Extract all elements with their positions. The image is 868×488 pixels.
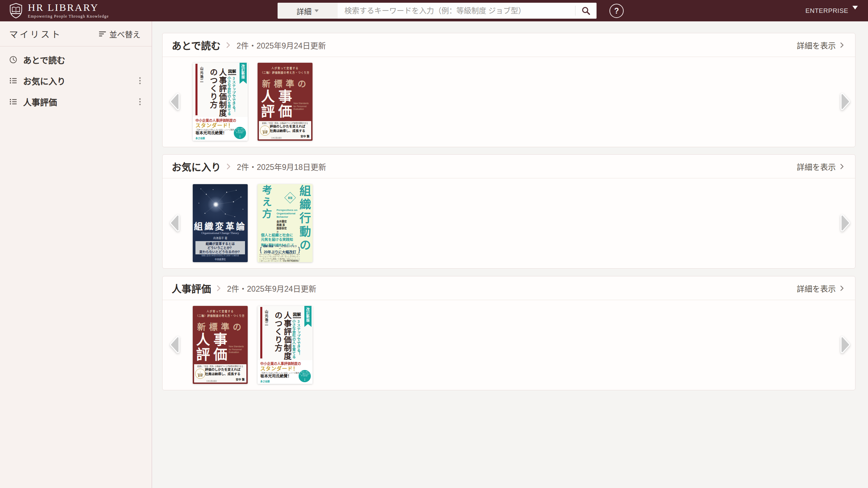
- kebab-menu-icon: [139, 98, 141, 106]
- book-cover-soshiki-henkaku[interactable]: 組織変革論 Organizational Change Theory 舟津昌平 …: [193, 184, 248, 262]
- book-author: 安中 繁: [301, 134, 309, 138]
- cover-accent-bar: [195, 64, 197, 115]
- clock-icon: [9, 56, 17, 64]
- brand-logo[interactable]: HR LIBRARY Empowering People Through Kno…: [9, 0, 109, 21]
- sidebar-item-jinji-hyoka[interactable]: 人事評価: [0, 91, 152, 112]
- book-title: 人事評価制度のつくり方: [273, 311, 291, 362]
- carousel: 山元浩二 人事評価制度のつくり方 図解 3ステップでできる！小さな会社の人を育て…: [163, 57, 855, 147]
- book-list: 人が育って定着する （二軸）評価制度の考え方・つくり方 新標準の 人事評価 Ne…: [193, 306, 313, 384]
- sidebar-item-read-later[interactable]: あとで読む: [0, 49, 152, 70]
- help-button[interactable]: ?: [609, 4, 624, 18]
- brand-subtitle: Empowering People Through Knowledge: [28, 14, 109, 19]
- edition-ribbon: 改訂新版: [240, 63, 247, 84]
- cover-bottom-band: 処遇に「主流・傍流」の格差をつくらず本領を発揮させる 評価のしかたを変えれば 社…: [259, 121, 311, 139]
- book-title-prefix: 新標準の: [197, 320, 245, 332]
- search-bar: 詳細: [278, 3, 597, 19]
- section-meta: 2件・2025年9月24日更新: [237, 39, 326, 51]
- chevron-right-icon: [226, 42, 230, 48]
- section-header: 人事評価 2件・2025年9月24日更新 詳細を表示: [163, 276, 855, 300]
- search-icon: [581, 6, 591, 16]
- shield-book-logo-icon: [9, 3, 23, 19]
- book-title-sub: 考え方: [259, 185, 273, 220]
- carousel-prev-button[interactable]: [168, 335, 181, 355]
- carousel-prev-button[interactable]: [168, 213, 181, 234]
- cover-bottom-band: 中小企業の人事評価制度の スタンダード！ 『日本でいちばん大切にしたい会社』シリ…: [258, 360, 313, 384]
- book-title: 人事評価制度のつくり方: [208, 68, 227, 119]
- book-author: 山元浩二: [264, 310, 269, 326]
- sidebar-list: あとで読む お気に入り: [0, 46, 152, 112]
- hr-library-page: HR LIBRARY Empowering People Through Kno…: [0, 0, 868, 488]
- download-badge: 10大テンプレート、ダウンロードできる！ ↓: [299, 370, 311, 382]
- carousel-next-button[interactable]: [839, 213, 852, 234]
- edition-badge: 新版: [284, 192, 296, 203]
- show-details-link[interactable]: 詳細を表示: [795, 39, 846, 51]
- search-button[interactable]: [575, 3, 597, 19]
- sidebar-header: マイリスト 並べ替え: [0, 21, 152, 46]
- book-title: 組織行動の: [296, 185, 313, 253]
- carousel: 組織変革論 Organizational Change Theory 舟津昌平 …: [163, 178, 855, 268]
- book-author: 舟津昌平 著: [193, 236, 248, 240]
- format-badge: ↓ 「安中流」 書式例: [260, 125, 270, 136]
- section-card-read-later: あとで読む 2件・2025年9月24日更新 詳細を表示: [162, 33, 855, 147]
- book-publisher: 日本実業出版社: [206, 380, 217, 382]
- sort-button[interactable]: 並べ替え: [97, 28, 143, 40]
- show-details-link[interactable]: 詳細を表示: [795, 282, 846, 294]
- cover-bottom-band: 処遇に「主流・傍流」の格差をつくらず本領を発揮させる 評価のしかたを変えれば 社…: [194, 364, 246, 383]
- book-publisher: 中央経済社: [193, 257, 248, 261]
- section-header: お気に入り 2件・2025年9月18日更新 詳細を表示: [163, 155, 855, 178]
- chevron-right-icon: [840, 163, 844, 170]
- chevron-down-icon: [852, 6, 858, 9]
- book-cover-soshiki-kodo[interactable]: 組織行動の 考え方 新版 Perspectives on Organizatio…: [258, 184, 313, 262]
- app-header: HR LIBRARY Empowering People Through Kno…: [0, 0, 868, 21]
- section-meta: 2件・2025年9月18日更新: [237, 161, 326, 172]
- search-input[interactable]: [338, 3, 575, 19]
- section-card-jinji-hyoka: 人事評価 2件・2025年9月24日更新 詳細を表示 人が育って定着する: [162, 276, 855, 390]
- sort-icon: [99, 31, 106, 37]
- chevron-right-icon: [840, 285, 844, 291]
- chevron-right-icon: [226, 163, 231, 170]
- edition-ribbon: 改訂新版: [304, 306, 312, 327]
- search-filter-label: 詳細: [297, 5, 312, 16]
- item-menu-button[interactable]: [137, 75, 143, 86]
- brand-text: HR LIBRARY Empowering People Through Kno…: [28, 2, 109, 19]
- search-filter-dropdown[interactable]: 詳細: [278, 3, 338, 19]
- section-header: あとで読む 2件・2025年9月24日更新 詳細を表示: [163, 33, 855, 57]
- carousel-next-button[interactable]: [839, 335, 852, 355]
- sidebar-item-label: 人事評価: [23, 96, 57, 108]
- carousel-next-button[interactable]: [839, 92, 852, 112]
- book-publisher: あさ出版: [195, 136, 205, 140]
- format-badge: ↓ 「安中流」 書式例: [195, 369, 205, 379]
- book-cover-shin-hyojun[interactable]: 人が育って定着する （二軸）評価制度の考え方・つくり方 新標準の 人事評価 Ne…: [258, 63, 313, 141]
- plan-selector[interactable]: ENTERPRISE: [804, 0, 860, 21]
- chevron-right-icon: [216, 285, 221, 292]
- sidebar-title: マイリスト: [9, 27, 62, 40]
- help-question-icon: ?: [614, 6, 619, 16]
- chevron-right-icon: [840, 42, 844, 48]
- cover-bottom-band: 中小企業の人事評価制度の スタンダード！ 『日本でいちばん大切にしたい会社』シリ…: [193, 117, 248, 141]
- sidebar: マイリスト 並べ替え あとで読む: [0, 21, 152, 488]
- sort-button-label: 並べ替え: [109, 28, 140, 40]
- carousel-prev-button[interactable]: [168, 92, 181, 112]
- book-cover-shin-hyojun[interactable]: 人が育って定着する （二軸）評価制度の考え方・つくり方 新標準の 人事評価 Ne…: [193, 306, 248, 384]
- list-icon: [9, 77, 17, 85]
- brand-title: HR LIBRARY: [28, 2, 109, 13]
- carousel: 人が育って定着する （二軸）評価制度の考え方・つくり方 新標準の 人事評価 Ne…: [163, 300, 855, 390]
- book-cover-jinji-hyoka-seido[interactable]: 山元浩二 人事評価制度のつくり方 図解 3ステップでできる！小さな会社の人を育て…: [193, 63, 248, 141]
- book-cover-jinji-hyoka-seido[interactable]: 山元浩二 人事評価制度のつくり方 図解 3ステップでできる！小さな会社の人を育て…: [258, 306, 313, 384]
- sidebar-item-label: お気に入り: [23, 75, 65, 87]
- book-label: 図解: [293, 311, 301, 318]
- main-content: あとで読む 2件・2025年9月24日更新 詳細を表示: [152, 21, 868, 488]
- cover-accent-bar: [260, 307, 262, 358]
- book-list: 山元浩二 人事評価制度のつくり方 図解 3ステップでできる！小さな会社の人を育て…: [193, 63, 313, 141]
- chevron-down-icon: [315, 9, 319, 12]
- book-subtitle: 3ステップでできる！小さな会社の人を育てる: [227, 76, 236, 116]
- section-title: あとで読む: [172, 38, 221, 52]
- network-starburst-art: [193, 184, 248, 225]
- item-menu-button[interactable]: [137, 96, 143, 107]
- sidebar-item-favorites[interactable]: お気に入り: [0, 70, 152, 91]
- book-author: 山元浩二: [199, 67, 204, 83]
- show-details-link[interactable]: 詳細を表示: [795, 160, 846, 173]
- book-author: 安中 繁: [236, 377, 245, 381]
- book-publisher: 東洋経済新報社: [287, 259, 299, 261]
- section-card-favorites: お気に入り 2件・2025年9月18日更新 詳細を表示: [162, 154, 855, 269]
